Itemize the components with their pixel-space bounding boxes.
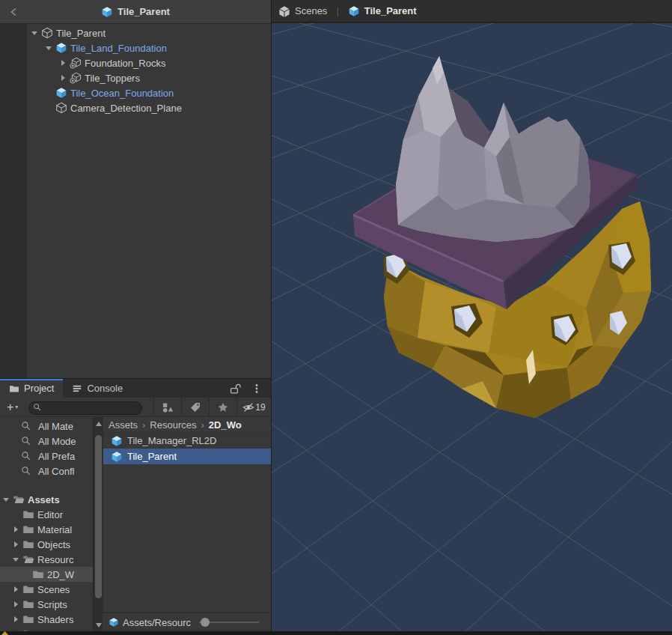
hierarchy-tree: Tile_Parent Tile_Land_Foundation Foundat… [0, 24, 271, 378]
file-tile-parent[interactable]: Tile_Parent [103, 449, 271, 464]
expand-toggle[interactable] [58, 58, 67, 67]
spacer [0, 478, 93, 492]
chevron-right-icon [14, 526, 18, 532]
folder-icon [22, 598, 34, 610]
create-asset-button[interactable]: + ▾ [0, 398, 22, 416]
thumbnail-zoom-slider[interactable] [199, 622, 259, 623]
hierarchy-item-tile-land-foundation[interactable]: Tile_Land_Foundation [0, 40, 271, 55]
filter-by-label-button[interactable] [181, 398, 209, 416]
hierarchy-item-tile-toppers[interactable]: Tile_Toppers [0, 70, 271, 85]
folder-resources[interactable]: Resourc [0, 552, 93, 567]
prefab-cube-icon [111, 451, 123, 463]
prefab-title-label: Tile_Parent [117, 6, 170, 17]
breadcrumb-assets[interactable]: Assets [109, 419, 138, 431]
expand-toggle[interactable] [11, 585, 20, 594]
folder-materials[interactable]: Material [0, 522, 93, 537]
expand-toggle[interactable] [44, 43, 53, 52]
expand-toggle[interactable] [11, 600, 20, 609]
prefab-cube-icon [101, 6, 113, 18]
scene-3d-canvas[interactable] [272, 23, 672, 631]
chevron-down-icon [13, 558, 19, 562]
folder-scripts[interactable]: Scripts [0, 597, 93, 612]
folder-objects[interactable]: Objects [0, 537, 93, 552]
folder-column-scrollbar[interactable] [93, 417, 103, 635]
tab-console[interactable]: Console [63, 379, 132, 398]
expand-toggle[interactable] [1, 495, 10, 504]
search-input[interactable] [28, 401, 142, 415]
hierarchy-item-tile-parent[interactable]: Tile_Parent [0, 25, 271, 40]
hierarchy-item-foundation-rocks[interactable]: Foundation_Rocks [0, 55, 271, 70]
folder-2d-world[interactable]: 2D_W [0, 567, 93, 582]
tag-icon [189, 401, 201, 413]
gameobject-cube-icon [55, 102, 67, 114]
hierarchy-item-label: Tile_Land_Foundation [70, 43, 167, 54]
expand-toggle[interactable] [11, 540, 20, 549]
breadcrumb: Assets › Resources › 2D_Wo [103, 417, 271, 433]
project-status-bar: Assets/Resourc [103, 613, 271, 631]
chevron-right-icon [14, 616, 18, 622]
chevron-right-icon [14, 586, 18, 592]
folder-editor[interactable]: Editor [0, 507, 93, 522]
file-tile-manager-rl2d[interactable]: Tile_Manager_RL2D [103, 433, 271, 449]
slider-thumb[interactable] [201, 618, 210, 627]
chevron-right-icon [61, 75, 65, 81]
hierarchy-item-label: Tile_Parent [56, 28, 106, 39]
hidden-count-label: 19 [255, 402, 265, 413]
folder-column: All Mate All Mode All Prefa All Confl [0, 417, 93, 635]
expand-toggle[interactable] [11, 615, 20, 624]
chevron-down-icon [46, 46, 52, 50]
caret-down-icon: ▾ [15, 404, 18, 410]
window-bottom-edge [0, 631, 672, 635]
favorite-all-conflicts[interactable]: All Confl [0, 464, 93, 478]
favorites-button[interactable] [209, 398, 236, 416]
unity-editor-window: Tile_Parent Tile_Parent Tile_Land_Founda… [0, 0, 672, 635]
breadcrumb-scene-context[interactable]: Scenes [295, 5, 327, 16]
hierarchy-item-label: Tile_Ocean_Foundation [70, 88, 174, 99]
scroll-up-arrow-icon[interactable] [96, 422, 102, 426]
scroll-down-arrow-icon[interactable] [96, 623, 102, 628]
prefab-cube-icon [55, 87, 67, 99]
file-column: Assets › Resources › 2D_Wo Tile_Manager_… [103, 417, 271, 635]
chevron-right-icon [14, 601, 18, 607]
scrollbar-thumb[interactable] [95, 435, 102, 598]
unity-logo-icon [278, 5, 290, 17]
hidden-count-button[interactable]: 19 [236, 398, 271, 416]
expand-toggle[interactable] [30, 28, 39, 37]
kebab-menu-icon[interactable] [251, 383, 262, 394]
gameobject-added-cube-icon [70, 57, 82, 69]
folder-open-icon [13, 493, 25, 505]
expand-toggle[interactable] [11, 525, 20, 534]
tab-label: Console [87, 383, 123, 394]
filter-by-type-button[interactable] [153, 398, 181, 416]
mountain-rock-mesh[interactable] [396, 56, 590, 242]
folder-assets[interactable]: Assets [0, 492, 93, 507]
folder-icon [22, 508, 34, 520]
project-content: All Mate All Mode All Prefa All Confl [0, 417, 271, 635]
tab-project[interactable]: Project [0, 379, 63, 398]
expand-toggle[interactable] [11, 555, 20, 564]
scene-viewport[interactable] [272, 23, 672, 631]
tab-bar: Project Console [0, 379, 271, 398]
prefab-cube-icon [109, 617, 119, 628]
selected-asset-path: Assets/Resourc [123, 617, 191, 628]
favorite-all-models[interactable]: All Mode [0, 434, 93, 449]
plus-icon: + [7, 401, 13, 413]
breadcrumb-current-prefab[interactable]: Tile_Parent [364, 5, 417, 16]
hierarchy-item-camera-detection-plane[interactable]: Camera_Detection_Plane [0, 100, 271, 115]
expand-toggle[interactable] [58, 73, 67, 82]
eye-off-icon [242, 401, 254, 413]
favorite-all-materials[interactable]: All Mate [0, 419, 93, 434]
prefab-title: Tile_Parent [101, 6, 170, 18]
hierarchy-item-tile-ocean-foundation[interactable]: Tile_Ocean_Foundation [0, 85, 271, 100]
folder-shaders[interactable]: Shaders [0, 612, 93, 627]
unlock-icon[interactable] [229, 383, 241, 395]
folder-scenes[interactable]: Scenes [0, 582, 93, 597]
breadcrumb-resources[interactable]: Resources [150, 419, 196, 431]
folder-icon [9, 383, 19, 394]
file-label: Tile_Manager_RL2D [127, 435, 216, 446]
prefab-cube-icon [111, 435, 123, 447]
search-icon [21, 466, 31, 476]
back-button[interactable] [7, 5, 21, 19]
breadcrumb-current[interactable]: 2D_Wo [209, 419, 242, 431]
favorite-all-prefabs[interactable]: All Prefa [0, 449, 93, 464]
